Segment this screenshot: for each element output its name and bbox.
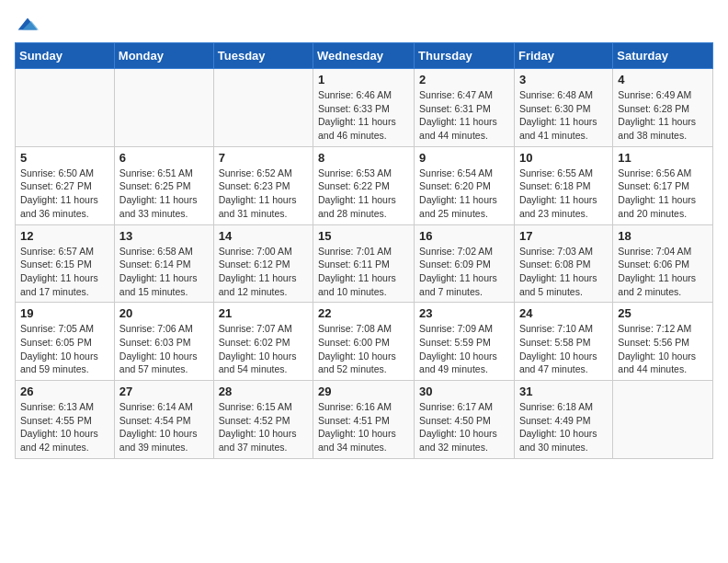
day-info: Sunrise: 7:10 AMSunset: 5:58 PMDaylight:…	[519, 322, 608, 376]
day-info: Sunrise: 7:03 AMSunset: 6:08 PMDaylight:…	[519, 245, 608, 299]
calendar-cell: 5Sunrise: 6:50 AMSunset: 6:27 PMDaylight…	[16, 146, 115, 224]
day-number: 21	[219, 306, 308, 320]
calendar-cell: 26Sunrise: 6:13 AMSunset: 4:55 PMDayligh…	[16, 381, 115, 459]
day-number: 24	[519, 306, 608, 320]
day-info: Sunrise: 6:54 AMSunset: 6:20 PMDaylight:…	[419, 167, 509, 221]
calendar-cell: 20Sunrise: 7:06 AMSunset: 6:03 PMDayligh…	[114, 303, 213, 381]
day-info: Sunrise: 7:06 AMSunset: 6:03 PMDaylight:…	[119, 322, 209, 376]
calendar-cell: 29Sunrise: 6:16 AMSunset: 4:51 PMDayligh…	[313, 381, 415, 459]
day-number: 29	[318, 385, 409, 398]
page-header	[15, 15, 713, 33]
day-number: 18	[618, 229, 708, 243]
day-number: 7	[219, 151, 308, 165]
day-number: 15	[318, 229, 409, 243]
calendar-cell	[613, 381, 713, 459]
calendar-cell: 23Sunrise: 7:09 AMSunset: 5:59 PMDayligh…	[415, 303, 515, 381]
day-info: Sunrise: 6:48 AMSunset: 6:30 PMDaylight:…	[519, 88, 608, 143]
day-info: Sunrise: 7:07 AMSunset: 6:02 PMDaylight:…	[219, 322, 308, 376]
calendar-cell: 16Sunrise: 7:02 AMSunset: 6:09 PMDayligh…	[415, 224, 515, 303]
logo	[15, 15, 39, 33]
day-number: 30	[419, 385, 509, 398]
calendar-cell: 21Sunrise: 7:07 AMSunset: 6:02 PMDayligh…	[213, 303, 313, 381]
weekday-header-thursday: Thursday	[415, 43, 515, 69]
weekday-header-sunday: Sunday	[16, 43, 115, 69]
day-number: 8	[318, 151, 409, 165]
day-info: Sunrise: 7:00 AMSunset: 6:12 PMDaylight:…	[219, 245, 308, 299]
day-info: Sunrise: 6:17 AMSunset: 4:50 PMDaylight:…	[419, 400, 509, 454]
day-info: Sunrise: 6:47 AMSunset: 6:31 PMDaylight:…	[419, 88, 509, 143]
day-number: 28	[219, 385, 308, 398]
day-number: 3	[519, 73, 608, 86]
weekday-header-wednesday: Wednesday	[313, 43, 415, 69]
day-info: Sunrise: 6:15 AMSunset: 4:52 PMDaylight:…	[219, 400, 308, 454]
day-number: 6	[119, 151, 209, 165]
day-number: 23	[419, 306, 509, 320]
calendar-cell: 11Sunrise: 6:56 AMSunset: 6:17 PMDayligh…	[613, 146, 713, 224]
day-info: Sunrise: 7:04 AMSunset: 6:06 PMDaylight:…	[618, 245, 708, 299]
day-number: 22	[318, 306, 409, 320]
day-info: Sunrise: 7:02 AMSunset: 6:09 PMDaylight:…	[419, 245, 509, 299]
calendar-cell: 8Sunrise: 6:53 AMSunset: 6:22 PMDaylight…	[313, 146, 415, 224]
calendar-cell	[213, 69, 313, 147]
weekday-header-saturday: Saturday	[613, 43, 713, 69]
calendar-cell: 19Sunrise: 7:05 AMSunset: 6:05 PMDayligh…	[16, 303, 115, 381]
day-number: 2	[419, 73, 509, 86]
day-info: Sunrise: 6:50 AMSunset: 6:27 PMDaylight:…	[20, 167, 109, 221]
day-info: Sunrise: 6:49 AMSunset: 6:28 PMDaylight:…	[618, 88, 708, 143]
day-info: Sunrise: 6:53 AMSunset: 6:22 PMDaylight:…	[318, 167, 409, 221]
day-number: 12	[20, 229, 109, 243]
day-info: Sunrise: 7:05 AMSunset: 6:05 PMDaylight:…	[20, 322, 109, 376]
calendar-cell: 4Sunrise: 6:49 AMSunset: 6:28 PMDaylight…	[613, 69, 713, 147]
day-info: Sunrise: 7:01 AMSunset: 6:11 PMDaylight:…	[318, 245, 409, 299]
calendar-cell	[16, 69, 115, 147]
calendar-week-5: 26Sunrise: 6:13 AMSunset: 4:55 PMDayligh…	[16, 381, 713, 459]
day-info: Sunrise: 6:51 AMSunset: 6:25 PMDaylight:…	[119, 167, 209, 221]
day-number: 31	[519, 385, 608, 398]
day-info: Sunrise: 6:18 AMSunset: 4:49 PMDaylight:…	[519, 400, 608, 454]
weekday-header-tuesday: Tuesday	[213, 43, 313, 69]
day-number: 5	[20, 151, 109, 165]
day-number: 25	[618, 306, 708, 320]
day-number: 1	[318, 73, 409, 86]
day-info: Sunrise: 7:08 AMSunset: 6:00 PMDaylight:…	[318, 322, 409, 376]
day-info: Sunrise: 6:46 AMSunset: 6:33 PMDaylight:…	[318, 88, 409, 143]
calendar-cell: 22Sunrise: 7:08 AMSunset: 6:00 PMDayligh…	[313, 303, 415, 381]
calendar-week-4: 19Sunrise: 7:05 AMSunset: 6:05 PMDayligh…	[16, 303, 713, 381]
calendar-cell: 25Sunrise: 7:12 AMSunset: 5:56 PMDayligh…	[613, 303, 713, 381]
day-info: Sunrise: 6:55 AMSunset: 6:18 PMDaylight:…	[519, 167, 608, 221]
day-number: 17	[519, 229, 608, 243]
calendar-cell: 18Sunrise: 7:04 AMSunset: 6:06 PMDayligh…	[613, 224, 713, 303]
day-info: Sunrise: 7:09 AMSunset: 5:59 PMDaylight:…	[419, 322, 509, 376]
day-info: Sunrise: 6:52 AMSunset: 6:23 PMDaylight:…	[219, 167, 308, 221]
calendar-week-1: 1Sunrise: 6:46 AMSunset: 6:33 PMDaylight…	[16, 69, 713, 147]
day-info: Sunrise: 7:12 AMSunset: 5:56 PMDaylight:…	[618, 322, 708, 376]
day-number: 26	[20, 385, 109, 398]
calendar-cell: 13Sunrise: 6:58 AMSunset: 6:14 PMDayligh…	[114, 224, 213, 303]
calendar-cell: 7Sunrise: 6:52 AMSunset: 6:23 PMDaylight…	[213, 146, 313, 224]
day-number: 9	[419, 151, 509, 165]
day-info: Sunrise: 6:16 AMSunset: 4:51 PMDaylight:…	[318, 400, 409, 454]
calendar-header-row: SundayMondayTuesdayWednesdayThursdayFrid…	[16, 43, 713, 69]
calendar-week-2: 5Sunrise: 6:50 AMSunset: 6:27 PMDaylight…	[16, 146, 713, 224]
calendar-cell: 1Sunrise: 6:46 AMSunset: 6:33 PMDaylight…	[313, 69, 415, 147]
calendar-cell: 2Sunrise: 6:47 AMSunset: 6:31 PMDaylight…	[415, 69, 515, 147]
calendar-cell: 15Sunrise: 7:01 AMSunset: 6:11 PMDayligh…	[313, 224, 415, 303]
day-number: 19	[20, 306, 109, 320]
calendar-cell: 14Sunrise: 7:00 AMSunset: 6:12 PMDayligh…	[213, 224, 313, 303]
calendar-cell: 31Sunrise: 6:18 AMSunset: 4:49 PMDayligh…	[514, 381, 612, 459]
calendar-cell: 6Sunrise: 6:51 AMSunset: 6:25 PMDaylight…	[114, 146, 213, 224]
day-number: 13	[119, 229, 209, 243]
day-number: 4	[618, 73, 708, 86]
calendar-cell: 3Sunrise: 6:48 AMSunset: 6:30 PMDaylight…	[514, 69, 612, 147]
logo-icon	[17, 15, 39, 33]
calendar-cell: 30Sunrise: 6:17 AMSunset: 4:50 PMDayligh…	[415, 381, 515, 459]
calendar-cell: 17Sunrise: 7:03 AMSunset: 6:08 PMDayligh…	[514, 224, 612, 303]
day-info: Sunrise: 6:58 AMSunset: 6:14 PMDaylight:…	[119, 245, 209, 299]
day-number: 10	[519, 151, 608, 165]
day-number: 27	[119, 385, 209, 398]
day-info: Sunrise: 6:56 AMSunset: 6:17 PMDaylight:…	[618, 167, 708, 221]
calendar-cell: 28Sunrise: 6:15 AMSunset: 4:52 PMDayligh…	[213, 381, 313, 459]
weekday-header-friday: Friday	[514, 43, 612, 69]
logo-text	[15, 15, 39, 33]
calendar-table: SundayMondayTuesdayWednesdayThursdayFrid…	[15, 42, 713, 459]
